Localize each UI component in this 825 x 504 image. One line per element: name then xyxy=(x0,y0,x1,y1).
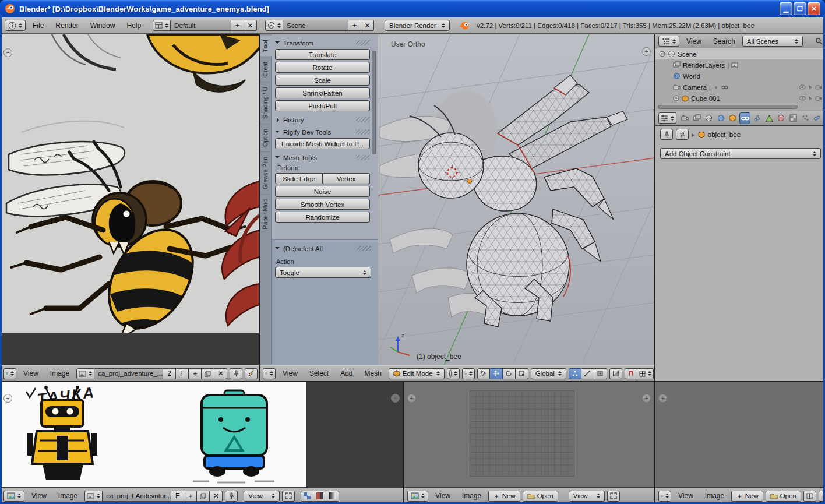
viewport-shading-dropdown[interactable] xyxy=(447,368,460,379)
add-object-constraint-button[interactable]: Add Object Constraint xyxy=(660,148,821,159)
select-arrow-icon[interactable] xyxy=(808,96,813,101)
tab-shading-uv[interactable]: Shading / U xyxy=(260,82,272,124)
tab-options[interactable]: Option xyxy=(260,124,272,151)
pivot-center-dropdown[interactable] xyxy=(462,368,475,379)
menu-select[interactable]: Select xyxy=(305,368,333,379)
panel-header-mesh-tools[interactable]: Mesh Tools xyxy=(275,151,370,164)
menu-view[interactable]: View xyxy=(27,491,51,501)
panel-grip-icon[interactable] xyxy=(356,155,370,160)
tab-modifiers[interactable] xyxy=(752,112,763,124)
encode-mesh-widget-button[interactable]: Encode Mesh Widget to P... xyxy=(275,138,370,149)
tab-render-layers[interactable] xyxy=(692,112,703,124)
menu-mesh[interactable]: Mesh xyxy=(360,368,386,379)
scene-name-field[interactable]: Scene xyxy=(283,20,348,31)
outliner-row-renderlayers[interactable]: RenderLayers | xyxy=(655,59,825,71)
image-unlink-button[interactable]: ✕ xyxy=(210,491,223,502)
tab-create[interactable]: Creat xyxy=(260,57,272,82)
image-browse-button[interactable] xyxy=(84,491,103,502)
tab-object-data[interactable] xyxy=(764,112,775,124)
layout-add-button[interactable]: ＋ xyxy=(231,20,244,31)
editor-type-image-button[interactable] xyxy=(407,491,428,502)
tab-scene[interactable] xyxy=(703,112,714,124)
menu-image[interactable]: Image xyxy=(45,368,74,379)
randomize-button[interactable]: Randomize xyxy=(275,212,370,223)
image-unpack-button[interactable] xyxy=(197,491,210,502)
render-restrict-icon[interactable] xyxy=(815,84,822,90)
region-expand-button[interactable]: + xyxy=(642,47,651,56)
outliner-row-world[interactable]: World xyxy=(655,71,825,82)
menu-file[interactable]: File xyxy=(28,20,48,31)
menu-view[interactable]: View xyxy=(19,368,43,379)
expand-region-button[interactable] xyxy=(607,491,620,502)
eye-icon[interactable] xyxy=(799,96,806,101)
face-select-button[interactable] xyxy=(594,368,607,379)
edge-select-button[interactable] xyxy=(581,368,594,379)
collapse-icon[interactable] xyxy=(659,51,665,57)
editor-type-image-button[interactable] xyxy=(658,491,671,502)
image-editor-empty-area[interactable] xyxy=(1,333,259,366)
breadcrumb-object-name[interactable]: object_bee xyxy=(708,131,741,138)
channel-color-alpha-button[interactable] xyxy=(301,491,313,502)
occlude-geometry-button[interactable] xyxy=(609,368,622,379)
noise-button[interactable]: Noise xyxy=(275,186,370,197)
image-new-button[interactable]: ＋ New xyxy=(488,491,520,502)
image-paint-toggle-button[interactable] xyxy=(245,368,258,379)
editor-type-image-button[interactable] xyxy=(3,491,24,502)
render-engine-dropdown[interactable]: Blender Render xyxy=(385,20,450,31)
snap-element-dropdown[interactable] xyxy=(637,368,654,379)
slide-edge-button[interactable]: Slide Edge xyxy=(275,173,323,184)
manipulator-rotate-button[interactable] xyxy=(503,368,516,379)
tab-render[interactable] xyxy=(679,112,690,124)
view3d-canvas[interactable]: z User Ortho (1) object_bee xyxy=(378,34,655,366)
scale-button[interactable]: Scale xyxy=(275,75,370,86)
editor-type-image-button[interactable] xyxy=(3,368,16,379)
panel-grip-icon[interactable] xyxy=(356,117,370,122)
tab-grease-pencil[interactable]: Grease Pen xyxy=(260,151,272,194)
outliner-row-cube001[interactable]: Cube.001 xyxy=(655,93,825,104)
pin-button[interactable] xyxy=(225,491,238,502)
editor-type-properties-button[interactable] xyxy=(658,112,676,124)
tool-shelf-scrollbar[interactable] xyxy=(372,51,376,154)
action-toggle-dropdown[interactable]: Toggle xyxy=(275,267,371,278)
search-icon[interactable] xyxy=(815,37,823,45)
outliner-row-scene[interactable]: Scene xyxy=(655,48,825,59)
manipulator-translate-button[interactable] xyxy=(490,368,503,379)
layout-browse-button[interactable] xyxy=(153,20,171,31)
fake-user-button[interactable]: F xyxy=(176,368,189,379)
editor-type-outliner-button[interactable] xyxy=(658,36,679,47)
menu-render[interactable]: Render xyxy=(51,20,83,31)
editor-type-3dview-button[interactable] xyxy=(263,368,276,379)
image-browse-button[interactable] xyxy=(76,368,94,379)
expand-region-button[interactable] xyxy=(282,491,295,502)
context-switch-button[interactable] xyxy=(676,129,689,140)
expand-icon[interactable] xyxy=(673,95,679,101)
minimize-button[interactable]: ▁ xyxy=(780,2,792,15)
panel-grip-icon[interactable] xyxy=(356,129,370,135)
tab-world[interactable] xyxy=(715,112,727,124)
pin-id-button[interactable] xyxy=(660,129,673,140)
image-unpack-button[interactable] xyxy=(202,368,214,379)
layout-name-field[interactable]: Default xyxy=(171,20,231,31)
uv-view-dropdown[interactable]: View xyxy=(244,491,280,502)
image-name-field[interactable]: ca_proj_adventure_... xyxy=(94,368,163,379)
tab-tools[interactable]: Tool xyxy=(260,34,272,57)
uv-view-dropdown[interactable]: View xyxy=(569,491,605,502)
menu-window[interactable]: Window xyxy=(86,20,120,31)
window-titlebar[interactable]: Blender* [D:\Dropbox\BlenderWorks\game_a… xyxy=(0,0,825,17)
eye-icon[interactable] xyxy=(799,84,806,90)
menu-view[interactable]: View xyxy=(431,491,455,501)
shrink-fatten-button[interactable]: Shrink/Fatten xyxy=(275,87,370,98)
layout-delete-button[interactable]: ✕ xyxy=(244,20,257,31)
translate-button[interactable]: Translate xyxy=(275,49,370,60)
scene-delete-button[interactable]: ✕ xyxy=(361,20,374,31)
menu-image[interactable]: Image xyxy=(457,491,486,501)
menu-add[interactable]: Add xyxy=(336,368,357,379)
vertex-select-button[interactable] xyxy=(569,368,581,379)
panel-grip-icon[interactable] xyxy=(357,246,371,251)
channel-alpha-button[interactable] xyxy=(326,491,339,502)
image-new-button[interactable]: ＋ New xyxy=(731,491,763,502)
image-editor-canvas-empty[interactable] xyxy=(655,382,824,489)
region-expand-button[interactable]: + xyxy=(642,394,651,403)
tab-constraints[interactable] xyxy=(739,112,750,124)
menu-help[interactable]: Help xyxy=(122,20,146,31)
